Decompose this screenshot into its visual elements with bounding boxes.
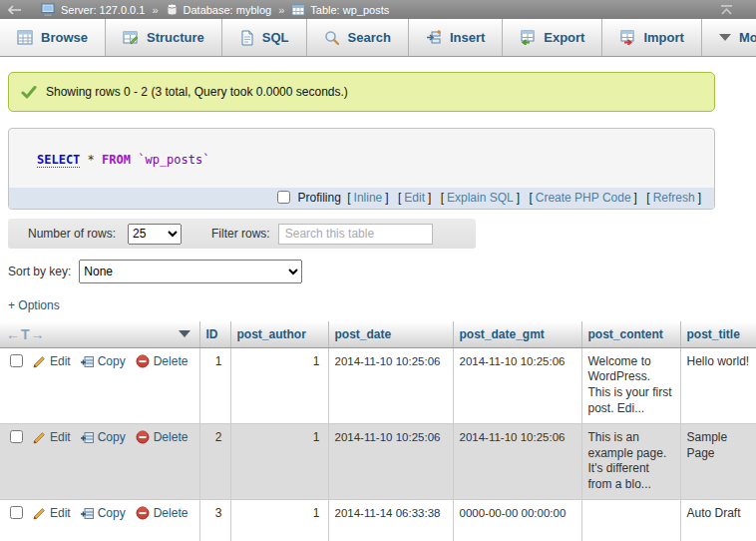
edit-pencil-icon bbox=[33, 431, 46, 444]
sql-keyword-select[interactable]: SELECT bbox=[37, 153, 80, 168]
tab-browse[interactable]: Browse bbox=[0, 19, 106, 56]
database-icon bbox=[166, 3, 179, 16]
tab-more[interactable]: More bbox=[702, 19, 756, 56]
edit-action[interactable]: Edit bbox=[33, 430, 71, 444]
tab-insert[interactable]: Insert bbox=[409, 19, 503, 56]
row-actions-cell: EditCopyDelete bbox=[0, 423, 199, 499]
search-icon bbox=[324, 30, 340, 46]
insert-icon bbox=[426, 30, 442, 45]
row-checkbox[interactable] bbox=[10, 430, 23, 443]
sql-toolbar: Profiling [Inline] [Edit] [Explain SQL] … bbox=[9, 188, 714, 209]
breadcrumb: Server: 127.0.0.1 » Database: myblog » T… bbox=[0, 0, 756, 19]
sort-by-key-label: Sort by key: bbox=[8, 265, 71, 278]
tab-sql-label: SQL bbox=[262, 30, 289, 45]
edit-action[interactable]: Edit bbox=[33, 354, 71, 368]
column-header-post-date-gmt[interactable]: post_date_gmt bbox=[453, 321, 581, 347]
cell-post-title[interactable]: Auto Draft bbox=[680, 500, 756, 541]
cell-post-date[interactable]: 2014-11-10 10:25:06 bbox=[328, 347, 453, 423]
column-header-post-title[interactable]: post_title bbox=[680, 321, 756, 347]
cell-id[interactable]: 2 bbox=[199, 423, 230, 499]
cell-post-author[interactable]: 1 bbox=[230, 500, 328, 541]
column-header-post-author[interactable]: post_author bbox=[230, 321, 328, 347]
table-icon bbox=[291, 4, 305, 16]
breadcrumb-separator: » bbox=[278, 4, 284, 16]
edit-action[interactable]: Edit bbox=[33, 506, 71, 520]
refresh-link[interactable]: Refresh bbox=[653, 191, 695, 205]
tab-sql[interactable]: SQL bbox=[222, 19, 307, 56]
breadcrumb-server[interactable]: Server: 127.0.0.1 bbox=[61, 4, 145, 16]
table-row: EditCopyDelete 2 1 2014-11-10 10:25:06 2… bbox=[0, 423, 756, 499]
options-toggle[interactable]: + Options bbox=[8, 298, 60, 312]
copy-icon bbox=[81, 355, 94, 368]
explain-sql-link[interactable]: Explain SQL bbox=[447, 191, 514, 205]
copy-action[interactable]: Copy bbox=[81, 506, 126, 520]
cell-post-title[interactable]: Hello world! bbox=[680, 347, 756, 423]
cell-post-content[interactable]: Welcome to WordPress. This is your first… bbox=[581, 347, 680, 423]
delete-action[interactable]: Delete bbox=[136, 430, 189, 444]
cell-post-date[interactable]: 2014-11-14 06:33:38 bbox=[328, 500, 453, 541]
cell-post-content[interactable] bbox=[581, 500, 680, 541]
delete-icon bbox=[136, 430, 150, 444]
results-table: ←T→ ID post_author post_date post_date_g… bbox=[0, 321, 756, 541]
inline-link[interactable]: Inline bbox=[354, 191, 383, 205]
sort-by-key-select[interactable]: None bbox=[79, 260, 302, 283]
cell-post-date[interactable]: 2014-11-10 10:25:06 bbox=[328, 423, 453, 499]
row-checkbox[interactable] bbox=[10, 354, 23, 367]
back-arrow-icon[interactable] bbox=[8, 5, 22, 15]
cell-post-content[interactable]: This is an example page. It's different … bbox=[581, 423, 680, 499]
column-header-actions: ←T→ bbox=[0, 321, 199, 347]
status-message-text: Showing rows 0 - 2 (3 total, Query took … bbox=[46, 85, 348, 99]
edit-pencil-icon bbox=[33, 355, 46, 368]
cell-post-date-gmt[interactable]: 0000-00-00 00:00:00 bbox=[453, 500, 581, 541]
cell-post-author[interactable]: 1 bbox=[230, 423, 328, 499]
tab-more-label: More bbox=[739, 30, 756, 45]
sql-keyword-from: FROM bbox=[102, 153, 131, 167]
tab-export-label: Export bbox=[544, 30, 584, 45]
sql-icon bbox=[239, 30, 254, 46]
bracket: ] bbox=[428, 191, 431, 205]
bracket: [ bbox=[398, 191, 401, 205]
breadcrumb-table[interactable]: Table: wp_posts bbox=[310, 4, 389, 16]
bracket: [ bbox=[529, 191, 532, 205]
number-of-rows-label: Number of rows: bbox=[28, 227, 116, 241]
cell-post-date-gmt[interactable]: 2014-11-10 10:25:06 bbox=[453, 423, 581, 499]
column-header-post-content[interactable]: post_content bbox=[581, 321, 680, 347]
profiling-checkbox[interactable] bbox=[277, 191, 290, 204]
bracket: [ bbox=[646, 191, 649, 205]
export-icon bbox=[520, 30, 536, 45]
number-of-rows-select[interactable]: 25 bbox=[128, 224, 182, 245]
collapse-top-icon[interactable] bbox=[719, 5, 734, 15]
cell-post-title[interactable]: Sample Page bbox=[680, 423, 756, 499]
table-row: EditCopyDelete 3 1 2014-11-14 06:33:38 0… bbox=[0, 500, 756, 541]
edit-query-link[interactable]: Edit bbox=[404, 191, 425, 205]
delete-action[interactable]: Delete bbox=[136, 506, 189, 520]
filter-rows-input[interactable] bbox=[278, 224, 433, 245]
tab-search[interactable]: Search bbox=[307, 19, 409, 56]
row-checkbox[interactable] bbox=[10, 506, 23, 519]
column-order-arrows[interactable]: ←T→ bbox=[6, 326, 46, 342]
actions-column-menu-icon[interactable] bbox=[179, 330, 190, 337]
cell-post-author[interactable]: 1 bbox=[230, 347, 328, 423]
tab-import[interactable]: Import bbox=[602, 19, 701, 56]
cell-id[interactable]: 3 bbox=[199, 500, 230, 541]
column-header-id[interactable]: ID bbox=[199, 321, 230, 347]
sql-table-ref: `wp_posts` bbox=[138, 153, 209, 167]
status-message: Showing rows 0 - 2 (3 total, Query took … bbox=[8, 72, 715, 112]
bracket: ] bbox=[517, 191, 520, 205]
column-header-post-date[interactable]: post_date bbox=[328, 321, 453, 347]
cell-id[interactable]: 1 bbox=[199, 347, 230, 423]
breadcrumb-database[interactable]: Database: myblog bbox=[184, 4, 272, 16]
copy-action[interactable]: Copy bbox=[81, 354, 126, 368]
chevron-down-icon bbox=[719, 34, 731, 41]
bracket: [ bbox=[347, 191, 350, 205]
filter-rows-label: Filter rows: bbox=[211, 227, 270, 241]
delete-icon bbox=[136, 506, 150, 520]
tab-structure[interactable]: Structure bbox=[106, 19, 222, 56]
copy-action[interactable]: Copy bbox=[81, 430, 126, 444]
rows-control-bar: Number of rows: 25 Filter rows: bbox=[8, 219, 476, 249]
tab-export[interactable]: Export bbox=[503, 19, 602, 56]
create-php-code-link[interactable]: Create PHP Code bbox=[536, 191, 631, 205]
breadcrumb-separator: » bbox=[152, 4, 158, 16]
cell-post-date-gmt[interactable]: 2014-11-10 10:25:06 bbox=[453, 347, 581, 423]
delete-action[interactable]: Delete bbox=[136, 354, 189, 368]
